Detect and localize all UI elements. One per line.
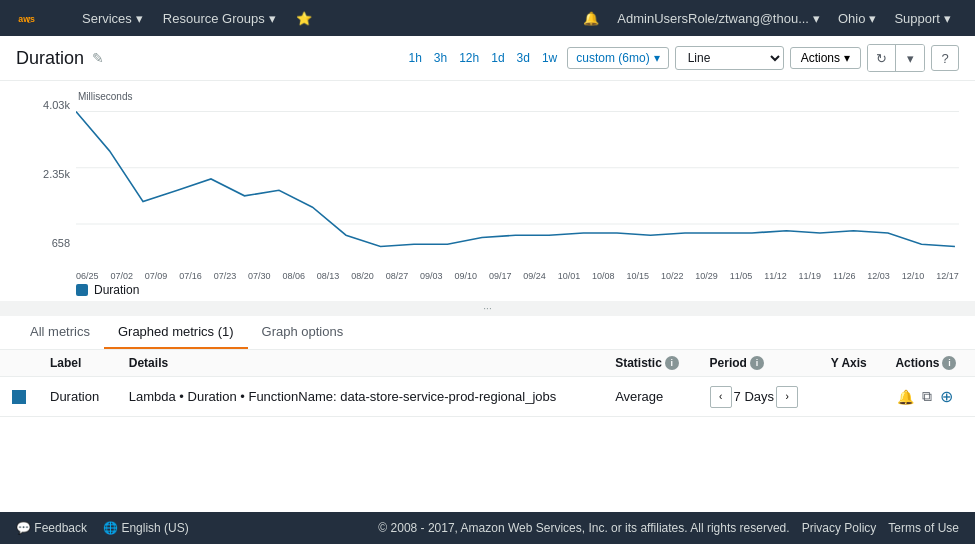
- toolbar: 1h 3h 12h 1d 3d 1w custom (6mo) ▾ Line S…: [404, 44, 959, 72]
- help-button[interactable]: ?: [931, 45, 959, 71]
- x-label: 12/03: [867, 271, 890, 281]
- row-period: ‹ 7 Days ›: [698, 377, 819, 417]
- chevron-down-icon: ▾: [844, 51, 850, 65]
- x-label: 09/03: [420, 271, 443, 281]
- notifications-bell[interactable]: 🔔: [575, 0, 607, 36]
- x-label: 12/10: [902, 271, 925, 281]
- x-label: 09/24: [523, 271, 546, 281]
- row-y-axis: [819, 377, 884, 417]
- period-increase-button[interactable]: ›: [776, 386, 798, 408]
- time-range-buttons: 1h 3h 12h 1d 3d 1w: [404, 49, 561, 67]
- tab-graph-options[interactable]: Graph options: [248, 316, 358, 349]
- bell-icon: 🔔: [583, 11, 599, 26]
- x-label: 06/25: [76, 271, 99, 281]
- col-y-axis: Y Axis: [819, 350, 884, 377]
- legend-color-swatch: [76, 284, 88, 296]
- chart-svg: [76, 89, 959, 269]
- svg-text:aws: aws: [18, 14, 35, 24]
- legend-label: Duration: [94, 283, 139, 297]
- chart-area: 4.03k 2.35k 658 Milliseconds 06/25 07: [0, 81, 975, 301]
- chart-type-select[interactable]: Line Stacked area Number: [675, 46, 784, 70]
- col-statistic: Statistic i: [603, 350, 697, 377]
- x-label: 09/17: [489, 271, 512, 281]
- time-btn-1d[interactable]: 1d: [487, 49, 508, 67]
- time-btn-3d[interactable]: 3d: [513, 49, 534, 67]
- statistic-info-icon[interactable]: i: [665, 356, 679, 370]
- tab-all-metrics[interactable]: All metrics: [16, 316, 104, 349]
- custom-time-range-dropdown[interactable]: custom (6mo) ▾: [567, 47, 668, 69]
- chevron-down-icon: ▾: [813, 11, 820, 26]
- x-label: 11/05: [730, 271, 753, 281]
- chevron-down-icon: ▾: [136, 11, 143, 26]
- tabs-container: All metrics Graphed metrics (1) Graph op…: [0, 316, 975, 350]
- refresh-button[interactable]: ↻: [868, 45, 896, 71]
- time-btn-1w[interactable]: 1w: [538, 49, 561, 67]
- x-label: 08/06: [282, 271, 305, 281]
- page-header: Duration ✎ 1h 3h 12h 1d 3d 1w custom (6m…: [0, 36, 975, 81]
- x-label: 08/20: [351, 271, 374, 281]
- row-copy-button[interactable]: ⧉: [920, 386, 934, 407]
- period-info-icon[interactable]: i: [750, 356, 764, 370]
- x-label: 09/10: [454, 271, 477, 281]
- chevron-down-icon: ▾: [944, 11, 951, 26]
- period-value: 7 Days: [734, 389, 774, 404]
- row-actions: 🔔 ⧉ ⊕: [895, 385, 963, 408]
- collapse-handle[interactable]: ···: [0, 301, 975, 316]
- edit-title-icon[interactable]: ✎: [92, 50, 104, 66]
- metrics-table-container: Label Details Statistic i: [0, 350, 975, 417]
- x-label: 11/19: [799, 271, 822, 281]
- tab-graphed-metrics[interactable]: Graphed metrics (1): [104, 316, 248, 349]
- row-label: Duration: [38, 377, 117, 417]
- period-navigator: ‹ 7 Days ›: [710, 386, 807, 408]
- row-actions-cell: 🔔 ⧉ ⊕: [883, 377, 975, 417]
- main-content: Duration ✎ 1h 3h 12h 1d 3d 1w custom (6m…: [0, 36, 975, 512]
- resource-groups-menu[interactable]: Resource Groups ▾: [153, 0, 286, 36]
- col-details: Details: [117, 350, 603, 377]
- x-label: 10/01: [558, 271, 581, 281]
- actions-button[interactable]: Actions ▾: [790, 47, 861, 69]
- bookmark-icon-btn[interactable]: ⭐: [286, 0, 322, 36]
- aws-logo[interactable]: aws: [16, 6, 56, 30]
- chevron-down-icon: ▾: [869, 11, 876, 26]
- region-menu[interactable]: Ohio ▾: [830, 0, 884, 36]
- x-label: 10/08: [592, 271, 615, 281]
- x-label: 07/09: [145, 271, 168, 281]
- x-label: 10/15: [627, 271, 650, 281]
- x-label: 08/27: [386, 271, 409, 281]
- support-menu[interactable]: Support ▾: [886, 0, 959, 36]
- row-alarm-button[interactable]: 🔔: [895, 387, 916, 407]
- x-label: 10/22: [661, 271, 684, 281]
- chart-legend: Duration: [76, 283, 959, 297]
- time-btn-12h[interactable]: 12h: [455, 49, 483, 67]
- chevron-down-icon: ▾: [269, 11, 276, 26]
- x-label: 11/26: [833, 271, 856, 281]
- x-label: 08/13: [317, 271, 340, 281]
- x-label: 07/16: [179, 271, 202, 281]
- x-label: 12/17: [936, 271, 959, 281]
- refresh-dropdown-button[interactable]: ▾: [896, 45, 924, 71]
- time-btn-1h[interactable]: 1h: [404, 49, 425, 67]
- actions-info-icon[interactable]: i: [942, 356, 956, 370]
- title-area: Duration ✎: [16, 48, 104, 69]
- col-actions: Actions i: [883, 350, 975, 377]
- col-period: Period i: [698, 350, 819, 377]
- y-label-mid: 2.35k: [43, 168, 70, 180]
- row-statistic: Average: [603, 377, 697, 417]
- period-decrease-button[interactable]: ‹: [710, 386, 732, 408]
- page-title: Duration: [16, 48, 84, 69]
- y-label-bottom: 658: [52, 237, 70, 249]
- user-menu[interactable]: AdminUsersRole/ztwang@thou... ▾: [609, 0, 828, 36]
- x-label: 07/02: [110, 271, 133, 281]
- y-label-top: 4.03k: [43, 99, 70, 111]
- col-label: Label: [38, 350, 117, 377]
- metrics-table: Label Details Statistic i: [0, 350, 975, 417]
- row-color-swatch: [12, 390, 26, 404]
- chevron-down-icon: ▾: [654, 51, 660, 65]
- x-label: 07/30: [248, 271, 271, 281]
- services-menu[interactable]: Services ▾: [72, 0, 153, 36]
- time-btn-3h[interactable]: 3h: [430, 49, 451, 67]
- x-label: 11/12: [764, 271, 787, 281]
- row-add-button[interactable]: ⊕: [938, 385, 955, 408]
- refresh-button-group: ↻ ▾: [867, 44, 925, 72]
- row-color-cell: [0, 377, 38, 417]
